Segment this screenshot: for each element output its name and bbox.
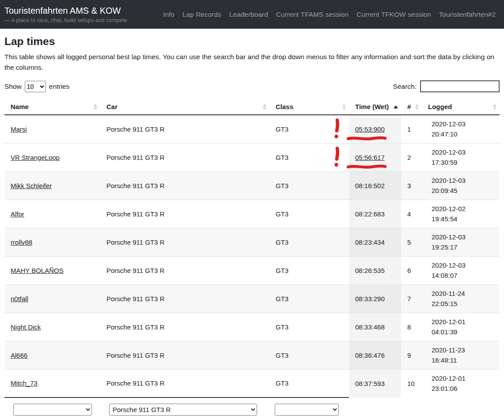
nav-item[interactable]: Touristenfahrten#2	[435, 11, 500, 19]
lap-time-value: 08:22:683	[355, 210, 385, 218]
car-filter-select[interactable]: Porsche 911 GT3 R	[109, 404, 257, 416]
nav-item[interactable]: Current TFAMS session	[272, 11, 352, 19]
class-cell: GT3	[269, 115, 349, 143]
lap-times-table: Name Car Class Time (Wet) # Logged	[4, 99, 500, 416]
show-label: Show	[4, 83, 22, 91]
car-cell: Porsche 911 GT3 R	[100, 115, 269, 143]
column-label: Time (Wet)	[355, 103, 389, 110]
car-cell: Porsche 911 GT3 R	[100, 369, 269, 397]
logged-cell: 2020-12-02 19:45:54	[422, 200, 500, 228]
car-cell: Porsche 911 GT3 R	[100, 284, 269, 313]
column-header[interactable]: Name	[4, 99, 100, 115]
page-title: Lap times	[4, 35, 500, 48]
logged-cell: 2020-12-01 23:01:06	[422, 369, 500, 397]
lap-time-value: 08:33:290	[355, 295, 385, 303]
lap-time-value: 08:16:502	[355, 182, 385, 189]
logged-cell: 2020-12-03 14:08:07	[422, 256, 500, 284]
logged-time: 04:01:39	[432, 327, 493, 337]
logged-cell: 2020-12-03 17:30:59	[422, 143, 500, 171]
rank-cell: 5	[401, 228, 422, 256]
lap-time-value: 05:53:900	[355, 125, 385, 133]
page-length-select[interactable]: 10	[25, 81, 46, 92]
column-header[interactable]: Time (Wet)	[349, 99, 401, 115]
table-row: Alfor Porsche 911 GT3 R GT3 08:22:683 4 …	[4, 200, 500, 228]
car-cell: Porsche 911 GT3 R	[100, 228, 269, 256]
lap-time-value: 05:56:617	[355, 154, 385, 161]
logged-cell: 2020-12-03 19:25:17	[422, 228, 500, 256]
driver-link[interactable]: rrolly88	[11, 238, 32, 246]
nav-item[interactable]: Lap Records	[178, 11, 225, 19]
column-label: Name	[11, 103, 29, 110]
nav-item[interactable]: Leaderboard	[225, 11, 272, 19]
sort-icon	[94, 104, 97, 110]
driver-link[interactable]: Al666	[11, 352, 27, 359]
driver-link[interactable]: n0tfall	[11, 295, 28, 303]
logged-date: 2020-12-03	[432, 119, 493, 129]
logged-date: 2020-12-01	[432, 373, 493, 383]
lap-time-value: 08:26:535	[355, 267, 385, 274]
table-row: Mikk Schleifer Porsche 911 GT3 R GT3 08:…	[4, 171, 500, 200]
sort-icon	[415, 104, 419, 110]
table-row: Marsi Porsche 911 GT3 R GT3 05:53:900 1 …	[4, 115, 500, 143]
show-entries: Show 10 entries	[4, 81, 69, 92]
sort-desc-icon	[263, 107, 266, 110]
nav-item[interactable]: Info	[159, 11, 178, 19]
logged-date: 2020-12-01	[432, 317, 493, 327]
car-cell: Porsche 911 GT3 R	[100, 313, 269, 341]
column-header[interactable]: Class	[269, 99, 349, 115]
column-header[interactable]: Logged	[422, 99, 500, 115]
column-header[interactable]: #	[401, 99, 422, 115]
sort-asc-icon	[415, 104, 419, 106]
class-cell: GT3	[269, 369, 349, 397]
driver-link[interactable]: Mitch_73	[11, 379, 38, 387]
sort-icon	[263, 104, 266, 110]
driver-link[interactable]: VR StrangeLoop	[11, 154, 60, 161]
class-cell: GT3	[269, 313, 349, 341]
filter-row: Porsche 911 GT3 R	[4, 397, 500, 416]
table-header: Name Car Class Time (Wet) # Logged	[4, 99, 500, 115]
name-filter-select[interactable]	[13, 404, 92, 416]
logged-time: 19:25:17	[432, 242, 493, 252]
search-label: Search:	[393, 83, 417, 91]
rank-cell: 10	[401, 369, 422, 397]
driver-link[interactable]: Night Dick	[11, 323, 41, 331]
logged-date: 2020-11-24	[432, 288, 493, 299]
lap-time-value: 08:36:476	[355, 352, 385, 359]
search-input[interactable]	[420, 80, 500, 92]
driver-link[interactable]: Alfor	[11, 210, 24, 218]
rank-cell: 7	[401, 284, 422, 313]
lap-table-body: Marsi Porsche 911 GT3 R GT3 05:53:900 1 …	[4, 115, 500, 397]
lap-time-value: 08:23:434	[355, 238, 385, 246]
class-cell: GT3	[269, 228, 349, 256]
column-header[interactable]: Car	[100, 99, 269, 115]
time-cell: 08:33:290	[349, 284, 401, 313]
table-row: n0tfall Porsche 911 GT3 R GT3 08:33:290 …	[4, 284, 500, 313]
driver-link[interactable]: Marsi	[11, 125, 27, 133]
logged-date: 2020-12-02	[432, 204, 493, 214]
sort-asc-icon	[342, 104, 346, 106]
time-cell: 05:53:900	[349, 115, 401, 143]
time-cell: 08:37:593	[349, 369, 401, 397]
logged-date: 2020-12-03	[432, 175, 493, 185]
nav-item[interactable]: Current TFKOW session	[352, 11, 435, 19]
class-cell: GT3	[269, 200, 349, 228]
class-cell: GT3	[269, 341, 349, 369]
brand-tagline: — A place to race, chat, build setups an…	[4, 17, 127, 23]
navbar-brand[interactable]: Touristenfahrten AMS & KOW — A place to …	[4, 5, 127, 23]
logged-time: 19:45:54	[432, 214, 493, 224]
sort-icon	[493, 104, 496, 110]
rank-cell: 8	[401, 313, 422, 341]
logged-cell: 2020-11-23 16:48:11	[422, 341, 500, 369]
driver-link[interactable]: Mikk Schleifer	[11, 182, 52, 189]
time-cell: 05:56:617	[349, 143, 401, 171]
class-cell: GT3	[269, 171, 349, 200]
lap-time-value: 08:37:593	[355, 380, 385, 387]
class-filter-select[interactable]	[275, 404, 339, 416]
driver-link[interactable]: MAHY BOLAÑOS	[11, 267, 64, 274]
lap-time-value: 08:33:468	[355, 323, 385, 331]
rank-cell: 4	[401, 200, 422, 228]
sort-icon	[394, 105, 398, 108]
rank-cell: 1	[401, 115, 422, 143]
logged-time: 20:47:10	[432, 129, 493, 139]
column-label: Class	[276, 103, 293, 110]
